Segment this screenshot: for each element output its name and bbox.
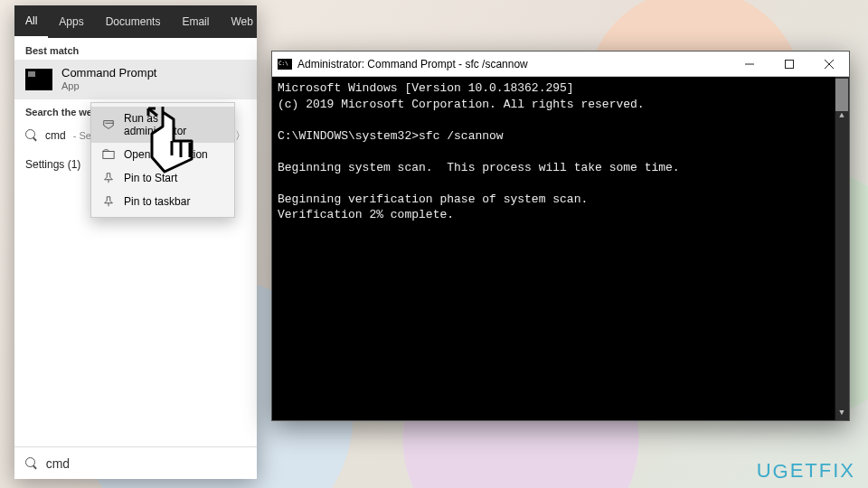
- context-item-label: Pin to Start: [124, 172, 177, 184]
- search-box: [14, 446, 257, 479]
- context-item-label: Open file location: [124, 148, 208, 161]
- pin-icon: [102, 195, 115, 208]
- settings-label: Settings (1): [25, 158, 80, 171]
- search-icon: [25, 457, 37, 470]
- scroll-down-icon[interactable]: ▼: [835, 406, 849, 420]
- admin-shield-icon: [102, 118, 115, 131]
- scrollbar[interactable]: ▲ ▼: [835, 77, 849, 420]
- best-match-result[interactable]: Command Prompt App: [14, 60, 257, 99]
- console-output[interactable]: Microsoft Windows [Version 10.0.18362.29…: [272, 77, 849, 420]
- best-match-label: Best match: [14, 38, 257, 60]
- console-line: Beginning verification phase of system s…: [278, 192, 588, 206]
- console-line: Verification 2% complete.: [278, 208, 454, 221]
- context-open-file-location[interactable]: Open file location: [91, 143, 234, 166]
- context-pin-to-start[interactable]: Pin to Start: [91, 166, 234, 190]
- scrollbar-thumb[interactable]: [835, 79, 848, 111]
- console-line: (c) 2019 Microsoft Corporation. All righ…: [278, 98, 645, 111]
- command-prompt-icon: [25, 69, 52, 90]
- svg-rect-1: [786, 60, 794, 68]
- window-title: Administrator: Command Prompt - sfc /sca…: [297, 58, 730, 70]
- pin-icon: [102, 172, 115, 184]
- window-controls: [730, 52, 849, 76]
- search-tabs: All Apps Documents Email Web More: [14, 5, 257, 38]
- tab-apps[interactable]: Apps: [48, 5, 94, 38]
- tab-email[interactable]: Email: [171, 5, 220, 38]
- context-menu: Run as administrator Open file location …: [90, 102, 235, 218]
- best-match-subtitle: App: [61, 80, 156, 92]
- folder-icon: [102, 148, 115, 161]
- context-item-label: Run as administrator: [124, 112, 223, 137]
- context-run-as-admin[interactable]: Run as administrator: [91, 107, 234, 143]
- search-input[interactable]: [46, 456, 246, 471]
- command-prompt-window: Administrator: Command Prompt - sfc /sca…: [271, 51, 850, 421]
- windows-search-panel: All Apps Documents Email Web More Best m…: [14, 5, 257, 479]
- maximize-button[interactable]: [769, 52, 809, 76]
- svg-rect-0: [103, 152, 114, 159]
- context-item-label: Pin to taskbar: [124, 195, 190, 208]
- console-line: Beginning system scan. This process will…: [278, 161, 680, 174]
- command-prompt-icon: [278, 59, 292, 70]
- watermark: UGETFIX: [757, 459, 855, 483]
- tab-web[interactable]: Web: [220, 5, 257, 38]
- web-query: cmd: [45, 129, 66, 142]
- title-bar[interactable]: Administrator: Command Prompt - sfc /sca…: [272, 52, 849, 77]
- tab-all[interactable]: All: [14, 5, 48, 38]
- best-match-title: Command Prompt: [61, 67, 156, 80]
- tab-documents[interactable]: Documents: [95, 5, 172, 38]
- minimize-button[interactable]: [730, 52, 769, 76]
- console-line: Microsoft Windows [Version 10.0.18362.29…: [278, 81, 574, 95]
- context-pin-to-taskbar[interactable]: Pin to taskbar: [91, 190, 234, 213]
- chevron-right-icon: 〉: [235, 128, 246, 144]
- close-button[interactable]: [809, 52, 849, 76]
- search-icon: [25, 129, 38, 142]
- console-line: C:\WINDOWS\system32>sfc /scannow: [278, 129, 504, 143]
